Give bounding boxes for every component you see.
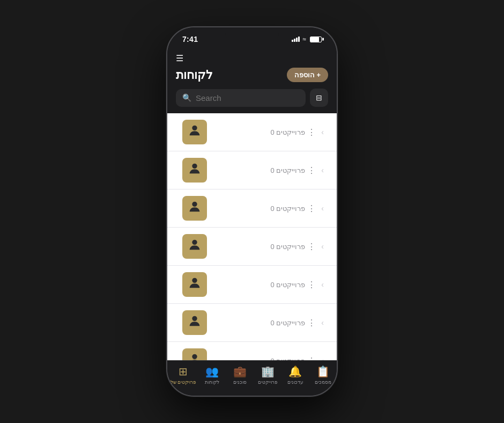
my-projects-icon: ⊞: [179, 365, 188, 378]
chevron-icon: ›: [321, 128, 324, 136]
battery-icon: [310, 37, 322, 42]
item-info: פרוייקטים 0: [207, 128, 305, 136]
more-options-button[interactable]: ⋮: [305, 317, 318, 329]
search-row: 🔍 ⊟: [176, 89, 328, 107]
chevron-icon: ›: [321, 356, 324, 360]
svg-point-3: [192, 240, 197, 245]
add-button[interactable]: + הוספה: [287, 68, 328, 82]
tab-bar: ⊞ פרויקטים שלי 👥 לקוחות 💼 סוכנים 🏢 פרויי…: [167, 360, 337, 396]
more-options-button[interactable]: ⋮: [305, 240, 318, 253]
avatar: [182, 234, 207, 259]
filter-button[interactable]: ⊟: [310, 89, 328, 107]
chevron-icon: ›: [321, 204, 324, 213]
clients-icon: 👥: [205, 365, 219, 378]
item-info: פרוייקטים 0: [207, 166, 305, 174]
more-options-button[interactable]: ⋮: [305, 164, 318, 177]
item-actions: › ⋮: [305, 317, 324, 329]
more-options-button[interactable]: ⋮: [305, 202, 318, 215]
tab-updates[interactable]: 🔔 עדכונים: [284, 365, 307, 385]
person-icon: [187, 352, 202, 360]
svg-point-6: [192, 354, 197, 359]
tab-my-projects[interactable]: ⊞ פרויקטים שלי: [169, 365, 197, 385]
wifi-icon: ≈: [302, 35, 306, 43]
more-options-button[interactable]: ⋮: [305, 279, 318, 291]
chevron-icon: ›: [321, 280, 324, 289]
projects-label: פרוייקטים: [258, 380, 278, 385]
person-icon: [187, 161, 202, 179]
item-actions: › ⋮: [305, 355, 324, 361]
list-item[interactable]: › ⋮ פרוייקטים 0: [167, 189, 337, 228]
updates-label: עדכונים: [287, 380, 303, 385]
item-info: פרוייקטים 0: [207, 280, 305, 289]
item-actions: › ⋮: [305, 279, 324, 291]
avatar: [182, 272, 207, 297]
person-icon: [187, 123, 202, 141]
svg-point-2: [192, 202, 197, 207]
documents-icon: 📋: [316, 365, 330, 378]
my-projects-label: פרויקטים שלי: [169, 380, 197, 385]
list-item[interactable]: › ⋮ פרוייקטים 0: [167, 151, 337, 189]
agents-label: סוכנים: [233, 380, 247, 385]
list-item[interactable]: › ⋮ פרוייקטים 0: [167, 228, 337, 266]
phone-frame: 7:41 ≈ ☰ + הוספה לקוחות: [166, 26, 338, 397]
avatar: [182, 196, 207, 221]
filter-icon: ⊟: [316, 93, 322, 102]
avatar: [182, 158, 207, 183]
search-input[interactable]: [196, 93, 299, 103]
hamburger-icon[interactable]: ☰: [176, 54, 183, 63]
svg-point-0: [192, 126, 197, 130]
list-item[interactable]: › ⋮ פרוייקטים 0: [167, 342, 337, 360]
person-icon: [187, 313, 202, 332]
item-actions: › ⋮: [305, 164, 324, 177]
item-info: פרוייקטים 0: [207, 318, 305, 327]
person-icon: [187, 237, 202, 256]
list-item[interactable]: › ⋮ פרוייקטים 0: [167, 266, 337, 304]
tab-projects[interactable]: 🏢 פרוייקטים: [256, 365, 279, 385]
list-item[interactable]: › ⋮ פרוייקטים 0: [167, 113, 337, 151]
more-options-button[interactable]: ⋮: [305, 355, 318, 361]
avatar: [182, 348, 207, 360]
item-projects: פרוייקטים 0: [207, 166, 305, 174]
more-options-button[interactable]: ⋮: [305, 126, 318, 138]
item-info: פרוייקטים 0: [207, 204, 305, 213]
person-icon: [187, 199, 202, 217]
header: ☰ + הוספה לקוחות 🔍 ⊟: [167, 51, 337, 113]
clients-label: לקוחות: [205, 380, 219, 385]
avatar: [182, 310, 207, 335]
item-info: פרוייקטים 0: [207, 356, 305, 360]
tab-clients[interactable]: 👥 לקוחות: [201, 365, 224, 385]
list-item[interactable]: › ⋮ פרוייקטים 0: [167, 304, 337, 342]
item-projects: פרוייקטים 0: [207, 128, 305, 136]
title-row: + הוספה לקוחות: [176, 68, 328, 82]
status-time: 7:41: [182, 35, 198, 43]
phone-screen: 7:41 ≈ ☰ + הוספה לקוחות: [167, 27, 337, 396]
documents-label: מסמכים: [315, 380, 331, 385]
chevron-icon: ›: [321, 166, 324, 174]
agents-icon: 💼: [233, 365, 247, 378]
person-icon: [187, 275, 202, 294]
clients-list: › ⋮ פרוייקטים 0 › ⋮ פרוייקטים 0: [167, 113, 337, 360]
chevron-icon: ›: [321, 318, 324, 327]
signal-icon: [292, 37, 300, 42]
page-title: לקוחות: [176, 68, 213, 82]
item-actions: › ⋮: [305, 126, 324, 138]
item-projects: פרוייקטים 0: [207, 205, 305, 213]
search-bar: 🔍: [176, 89, 306, 107]
item-actions: › ⋮: [305, 240, 324, 253]
svg-point-1: [192, 164, 197, 169]
svg-point-5: [192, 316, 197, 321]
search-icon: 🔍: [182, 93, 191, 102]
tab-documents[interactable]: 📋 מסמכים: [311, 365, 335, 385]
chevron-icon: ›: [321, 242, 324, 251]
item-projects: פרוייקטים 0: [207, 281, 305, 289]
updates-icon: 🔔: [288, 365, 302, 378]
item-projects: פרוייקטים 0: [207, 243, 305, 251]
tab-agents[interactable]: 💼 סוכנים: [228, 365, 251, 385]
avatar: [182, 120, 207, 144]
svg-point-4: [192, 278, 197, 283]
item-actions: › ⋮: [305, 202, 324, 215]
menu-row: ☰: [176, 53, 328, 63]
projects-icon: 🏢: [261, 365, 275, 378]
notch: [225, 27, 279, 42]
item-projects: פרוייקטים 0: [207, 319, 305, 327]
